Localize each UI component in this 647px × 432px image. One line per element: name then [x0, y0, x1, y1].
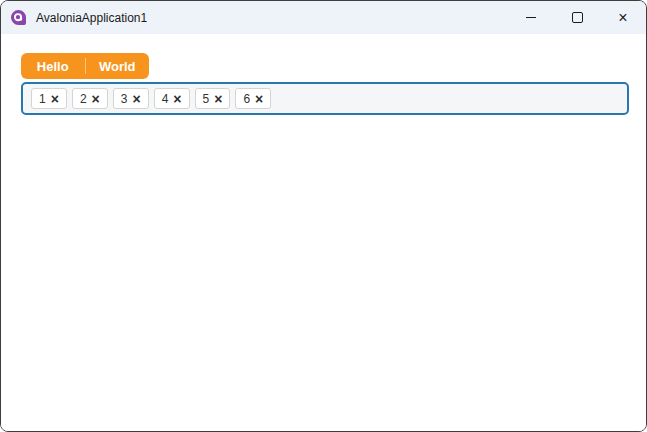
- chip-remove-button[interactable]: ×: [132, 92, 140, 106]
- maximize-icon: [572, 12, 583, 23]
- chip-item-6: 6 ×: [235, 88, 271, 109]
- chip-item-4: 4 ×: [154, 88, 190, 109]
- chip-label: 6: [243, 92, 250, 106]
- chip-input-box[interactable]: 1 × 2 × 3 × 4 × 5 × 6 ×: [21, 82, 629, 115]
- close-icon: ×: [618, 10, 627, 26]
- chip-label: 3: [121, 92, 128, 106]
- app-window: AvaloniaApplication1 × Hello World 1 × 2…: [0, 0, 647, 432]
- chip-item-5: 5 ×: [195, 88, 231, 109]
- chip-label: 2: [80, 92, 87, 106]
- title-bar[interactable]: AvaloniaApplication1 ×: [1, 1, 646, 34]
- chip-label: 1: [39, 92, 46, 106]
- chip-remove-button[interactable]: ×: [173, 92, 181, 106]
- minimize-icon: [526, 17, 536, 18]
- chip-item-2: 2 ×: [72, 88, 108, 109]
- chip-remove-button[interactable]: ×: [214, 92, 222, 106]
- chip-item-3: 3 ×: [113, 88, 149, 109]
- chip-item-1: 1 ×: [31, 88, 67, 109]
- maximize-button[interactable]: [554, 1, 600, 34]
- tab-world[interactable]: World: [86, 53, 150, 79]
- minimize-button[interactable]: [508, 1, 554, 34]
- tab-strip: Hello World: [21, 53, 149, 79]
- tab-hello[interactable]: Hello: [21, 53, 85, 79]
- chip-remove-button[interactable]: ×: [92, 92, 100, 106]
- avalonia-logo-icon: [10, 9, 27, 26]
- chip-label: 5: [203, 92, 210, 106]
- chip-remove-button[interactable]: ×: [51, 92, 59, 106]
- chip-label: 4: [162, 92, 169, 106]
- window-content: Hello World 1 × 2 × 3 × 4 × 5: [1, 34, 646, 431]
- window-title: AvaloniaApplication1: [36, 11, 147, 25]
- chip-remove-button[interactable]: ×: [255, 92, 263, 106]
- close-button[interactable]: ×: [600, 1, 646, 34]
